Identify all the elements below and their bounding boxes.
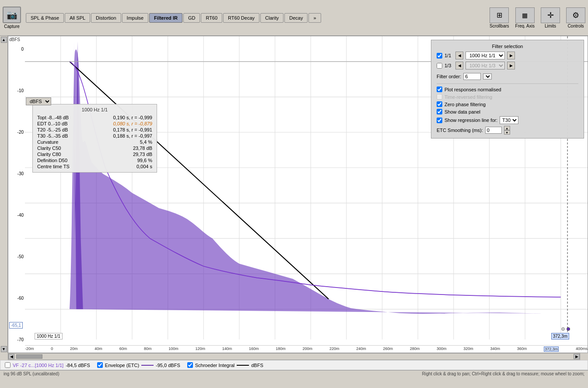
scrollbars-label: Scrollbars <box>490 24 509 28</box>
data-row-edt: EDT 0..-10 dB 0,080 s, r = -0,879 <box>37 121 152 127</box>
data-row-c50: Clarity C50 23,78 dB <box>37 145 152 151</box>
vf-label: VF -27 c...[1000 Hz 1/1] <box>13 363 63 368</box>
y-scrollbar[interactable]: ▲ ▼ <box>0 36 8 353</box>
legend-item-envelope: Envelope (ETC) -95,0 dBFS <box>97 362 180 368</box>
data-row-t30: T30 -5..-35 dB 0,188 s, r = -0,997 <box>37 133 152 139</box>
filter-11-prev[interactable]: ◀ <box>455 52 463 59</box>
data-row-c80: Clarity C80 29,73 dB <box>37 151 152 157</box>
etc-up[interactable]: ▲ <box>504 126 510 130</box>
cursor-dots <box>561 327 570 331</box>
envelope-value: -95,0 dBFS <box>156 363 180 368</box>
capture-label: Capture <box>4 24 20 29</box>
x-axis: -20m 0 20m 40m 60m 80m 100m 120m 140m 16… <box>25 345 588 353</box>
data-panel: 1000 Hz 1/1 Topt -8..-48 dB 0,190 s, r =… <box>32 104 157 173</box>
dbfs-dropdown[interactable]: dBFS <box>26 97 51 105</box>
dbfs-axis-label: dBFS <box>9 37 20 42</box>
dbfs-select[interactable]: dBFS <box>26 97 51 105</box>
schroeder-checkbox[interactable] <box>187 362 193 368</box>
h-scrollbar[interactable]: ◀ ▶ <box>8 353 580 360</box>
time-reversed-checkbox[interactable] <box>437 94 442 100</box>
data-row-d50: Definition D50 99,6 % <box>37 157 152 163</box>
filter-11-checkbox[interactable] <box>437 53 442 59</box>
legend-item-vf: VF -27 c...[1000 Hz 1/1] -84,5 dBFS <box>5 362 90 368</box>
vf-value: -84,5 dBFS <box>66 363 90 368</box>
filter-13-dropdown[interactable]: 1000 Hz 1/3 <box>466 62 505 69</box>
legend-bar: VF -27 c...[1000 Hz 1/1] -84,5 dBFS Enve… <box>0 360 588 370</box>
tab-decay[interactable]: Decay <box>284 13 308 23</box>
filter-order-arrow[interactable]: ▼ <box>483 73 492 80</box>
envelope-label: Envelope (ETC) <box>105 363 139 368</box>
freq-axis-button[interactable]: ▦ Freq. Axis <box>515 7 535 28</box>
controls-label: Controls <box>567 24 584 28</box>
tab-impulse[interactable]: Impulse <box>122 13 149 23</box>
data-row-ts: Centre time TS 0,004 s <box>37 163 152 170</box>
plot-normalised-label: Plot responses normalised <box>444 87 501 92</box>
filter-order-label: Filter order: <box>437 74 461 79</box>
filter-11-next[interactable]: ▶ <box>507 52 515 59</box>
status-bar: ing 96 dB SPL (uncalibrated) Right click… <box>0 370 588 377</box>
tab-distortion[interactable]: Distortion <box>91 13 121 23</box>
filter-13-next[interactable]: ▶ <box>507 62 515 69</box>
tab-clarity[interactable]: Clarity <box>260 13 284 23</box>
tab-rt60-decay[interactable]: RT60 Decay <box>223 13 259 23</box>
filter-13-label: 1/3 <box>444 63 453 68</box>
legend-item-schroeder: Schroeder Integral dBFS <box>187 362 263 368</box>
data-row-curvature: Curvature 5,4 % <box>37 139 152 145</box>
filter-13-checkbox[interactable] <box>437 63 442 69</box>
schroeder-value: dBFS <box>251 363 263 368</box>
filter-order-input[interactable] <box>463 73 481 80</box>
show-regression-label: Show regression line for: <box>444 118 497 123</box>
filter-11-dropdown[interactable]: 1000 Hz 1/1 <box>466 52 505 59</box>
y-axis: 0 -10 -20 -30 -40 -50 -60 -70 <box>8 45 25 344</box>
zero-phase-label: Zero phase filtering <box>444 102 486 107</box>
value-badge: -65,1 <box>9 322 23 329</box>
data-row-topt: Topt -8..-48 dB 0,190 s, r = -0,999 <box>37 114 152 121</box>
envelope-line <box>141 365 154 366</box>
schroeder-label: Schroeder Integral <box>195 363 235 368</box>
show-regression-checkbox[interactable] <box>437 118 442 123</box>
show-data-panel-checkbox[interactable] <box>437 109 442 114</box>
scroll-thumb[interactable] <box>16 354 42 359</box>
status-right: Right click & drag to pan; Ctrl+Right cl… <box>422 371 584 376</box>
filter-11-label: 1/1 <box>444 53 453 58</box>
tab-all-spl[interactable]: All SPL <box>65 13 90 23</box>
filter-panel-title: Filter selection <box>437 44 578 49</box>
data-row-t20: T20 -5..-25 dB 0,178 s, r = -0,991 <box>37 127 152 133</box>
tab-more[interactable]: » <box>308 13 321 23</box>
data-panel-title: 1000 Hz 1/1 <box>37 107 152 112</box>
limits-button[interactable]: ✛ Limits <box>541 7 560 28</box>
controls-button[interactable]: ⚙ Controls <box>566 7 585 28</box>
tab-filtered-ir[interactable]: Filtered IR <box>149 13 182 23</box>
regression-dropdown[interactable]: T30 <box>500 116 518 124</box>
etc-smoothing-label: ETC Smoothing (ms): <box>437 128 483 133</box>
filter-panel: Filter selection 1/1 ◀ 1000 Hz 1/1 ▶ 1/3… <box>431 40 584 139</box>
vf-checkbox[interactable] <box>5 362 10 368</box>
schroeder-line <box>237 365 249 366</box>
limits-label: Limits <box>545 24 556 28</box>
envelope-checkbox[interactable] <box>97 362 103 368</box>
tab-rt60[interactable]: RT60 <box>201 13 222 23</box>
scrollbars-button[interactable]: ⊞ Scrollbars <box>490 7 509 28</box>
plot-normalised-checkbox[interactable] <box>437 87 442 92</box>
time-reversed-label: Time-reversed filtering <box>444 94 492 100</box>
capture-button[interactable]: 📷 Capture <box>3 7 21 29</box>
tab-spl-phase[interactable]: SPL & Phase <box>26 13 64 23</box>
status-left: ing 96 dB SPL (uncalibrated) <box>4 371 60 376</box>
main-area: ▲ ▼ dBFS 0 -10 -20 -30 -40 -50 -60 -70 <box>0 36 588 379</box>
toolbar-right: ⊞ Scrollbars ▦ Freq. Axis ✛ Limits ⚙ Con… <box>490 7 585 28</box>
tabs-container: SPL & Phase All SPL Distortion Impulse F… <box>26 13 321 23</box>
hz-badge: 1000 Hz 1/1 <box>35 333 63 340</box>
tab-gd[interactable]: GD <box>183 13 200 23</box>
cursor-x-label: 372,3m <box>551 333 569 340</box>
freq-axis-label: Freq. Axis <box>515 24 535 28</box>
etc-smoothing-input[interactable] <box>485 127 502 134</box>
etc-down[interactable]: ▼ <box>504 130 510 135</box>
toolbar: 📷 Capture SPL & Phase All SPL Distortion… <box>0 0 588 36</box>
zero-phase-checkbox[interactable] <box>437 101 442 107</box>
chart-area: dBFS 0 -10 -20 -30 -40 -50 -60 -70 <box>8 36 588 353</box>
filter-13-prev[interactable]: ◀ <box>455 62 463 69</box>
show-data-panel-label: Show data panel <box>444 109 480 114</box>
